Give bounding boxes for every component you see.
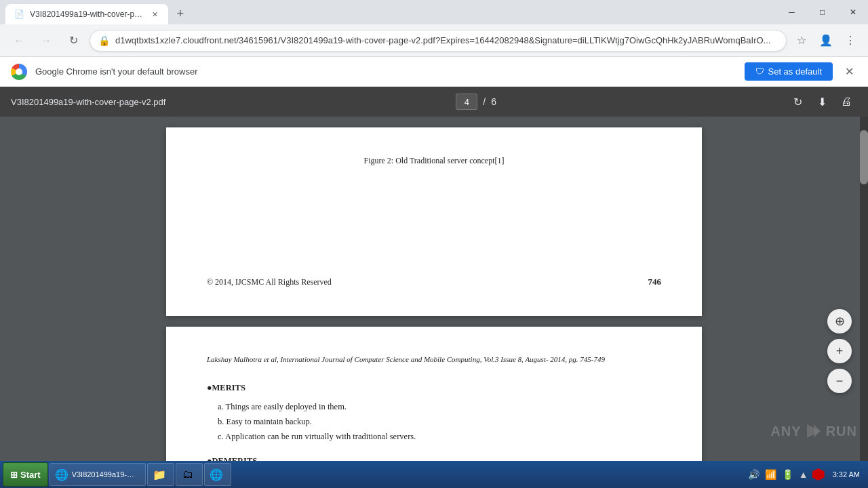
new-tab-button[interactable]: + bbox=[171, 4, 190, 23]
active-tab[interactable]: 📄 V3I8201499a19-with-cover-page-v... ✕ bbox=[5, 4, 168, 24]
pdf-page-2: Lakshay Malhotra et al, International Jo… bbox=[166, 327, 702, 462]
nav-bar: ← → ↻ 🔒 d1wqtbxts1xzle7.cloudfront.net/3… bbox=[0, 24, 868, 57]
anyrun-text2: RUN bbox=[826, 424, 857, 439]
forward-button[interactable]: → bbox=[35, 30, 57, 52]
chrome-logo-icon bbox=[11, 64, 27, 80]
taskbar-chrome-label: V3I8201499a19-wi... bbox=[72, 470, 140, 479]
pdf-download-button[interactable]: ⬇ bbox=[811, 91, 833, 113]
merits-heading: ●MERITS bbox=[207, 381, 661, 394]
default-browser-bar: Google Chrome isn't your default browser… bbox=[0, 57, 868, 87]
dismiss-default-bar-button[interactable]: ✕ bbox=[841, 64, 857, 80]
pdf-page-input[interactable] bbox=[456, 94, 477, 110]
pdf-toolbar-actions: ↻ ⬇ 🖨 bbox=[787, 91, 857, 113]
pdf-page-separator: / bbox=[483, 96, 486, 107]
merit-item-1: a. Things are easily deployed in them. bbox=[218, 400, 661, 413]
pdf-total-pages: 6 bbox=[491, 96, 496, 107]
default-browser-message: Google Chrome isn't your default browser bbox=[35, 66, 736, 77]
lock-icon: 🔒 bbox=[98, 35, 110, 46]
anyrun-play-icon bbox=[804, 422, 823, 441]
journal-reference: Lakshay Malhotra et al, International Jo… bbox=[207, 354, 661, 365]
zoom-controls: ⊕ + − bbox=[827, 309, 852, 393]
pdf-filename: V3I8201499a19-with-cover-page-v2.pdf bbox=[11, 97, 165, 107]
zoom-fit-button[interactable]: ⊕ bbox=[827, 309, 852, 333]
tab-title: V3I8201499a19-with-cover-page-v... bbox=[30, 9, 144, 19]
page-number-1: 746 bbox=[648, 275, 662, 289]
taskbar-browser-icon: 🌐 bbox=[210, 468, 222, 481]
taskbar: ⊞ Start 🌐 V3I8201499a19-wi... 📁 🗂 🌐 🔊 📶 … bbox=[0, 461, 868, 488]
zoom-in-button[interactable]: + bbox=[827, 339, 852, 363]
taskbar-item-browser[interactable]: 🌐 bbox=[204, 463, 231, 486]
scroll-thumb[interactable] bbox=[860, 130, 868, 184]
start-label: Start bbox=[20, 470, 41, 480]
maximize-button[interactable]: □ bbox=[807, 0, 837, 24]
tray-volume-icon[interactable]: 🔊 bbox=[747, 468, 761, 481]
menu-icon[interactable]: ⋮ bbox=[841, 31, 860, 50]
system-clock[interactable]: 3:32 AM bbox=[827, 470, 860, 479]
close-button[interactable]: ✕ bbox=[837, 0, 868, 24]
taskbar-folder-icon: 📁 bbox=[153, 468, 165, 481]
back-button[interactable]: ← bbox=[8, 30, 30, 52]
pdf-refresh-button[interactable]: ↻ bbox=[787, 91, 808, 113]
merit-item-2: b. Easy to maintain backup. bbox=[218, 415, 661, 428]
anyrun-text: ANY bbox=[770, 424, 801, 439]
pdf-content-area: Figure 2: Old Traditional server concept… bbox=[0, 117, 868, 461]
pdf-toolbar: V3I8201499a19-with-cover-page-v2.pdf / 6… bbox=[0, 87, 868, 117]
system-tray: 🔊 📶 🔋 ▲ 3:32 AM bbox=[741, 461, 865, 488]
start-button[interactable]: ⊞ Start bbox=[3, 462, 48, 487]
merit-item-3: c. Application can be run virtually with… bbox=[218, 430, 661, 443]
taskbar-item-chrome[interactable]: 🌐 V3I8201499a19-wi... bbox=[50, 463, 146, 486]
shield-icon: 🛡 bbox=[755, 66, 764, 77]
pdf-scroll-area[interactable]: Figure 2: Old Traditional server concept… bbox=[0, 117, 868, 461]
tray-network-icon[interactable]: 📶 bbox=[764, 468, 778, 481]
pdf-print-button[interactable]: 🖨 bbox=[835, 91, 857, 113]
minimize-button[interactable]: ─ bbox=[776, 0, 807, 24]
merits-section: ●MERITS a. Things are easily deployed in… bbox=[207, 381, 661, 443]
address-bar[interactable]: 🔒 d1wqtbxts1xzle7.cloudfront.net/3461596… bbox=[90, 30, 787, 52]
tab-close-button[interactable]: ✕ bbox=[149, 9, 160, 20]
pdf-page-1: Figure 2: Old Traditional server concept… bbox=[166, 127, 702, 316]
svg-marker-1 bbox=[814, 424, 821, 438]
demerits-section: ●DEMERITS a. Hardware maintenance is ver… bbox=[207, 454, 661, 461]
taskbar-files-icon: 🗂 bbox=[182, 468, 194, 481]
account-icon[interactable]: 👤 bbox=[816, 31, 835, 50]
demerits-heading: ●DEMERITS bbox=[207, 454, 661, 461]
figure-caption: Figure 2: Old Traditional server concept… bbox=[207, 155, 661, 167]
tray-arrow-icon[interactable]: ▲ bbox=[797, 468, 810, 481]
url-text: d1wqtbxts1xzle7.cloudfront.net/34615961/… bbox=[115, 35, 778, 45]
tab-bar: 📄 V3I8201499a19-with-cover-page-v... ✕ +… bbox=[0, 0, 868, 24]
set-default-button[interactable]: 🛡 Set as default bbox=[745, 62, 833, 81]
vertical-scrollbar[interactable] bbox=[860, 117, 868, 461]
bookmark-icon[interactable]: ☆ bbox=[792, 31, 811, 50]
copyright-text: © 2014, IJCSMC All Rights Reserved bbox=[207, 276, 332, 288]
zoom-out-button[interactable]: − bbox=[827, 369, 852, 393]
start-icon: ⊞ bbox=[10, 470, 18, 480]
tray-security-icon[interactable] bbox=[812, 468, 825, 481]
window-controls: ─ □ ✕ bbox=[776, 0, 868, 24]
reload-button[interactable]: ↻ bbox=[62, 30, 84, 52]
pdf-page-controls: / 6 bbox=[456, 94, 496, 110]
tray-battery-icon[interactable]: 🔋 bbox=[781, 468, 795, 481]
anyrun-watermark: ANY RUN bbox=[770, 422, 857, 441]
tab-favicon: 📄 bbox=[14, 9, 24, 20]
taskbar-item-folder[interactable]: 📁 bbox=[147, 463, 174, 486]
taskbar-item-files[interactable]: 🗂 bbox=[176, 463, 203, 486]
taskbar-chrome-icon: 🌐 bbox=[56, 468, 68, 481]
